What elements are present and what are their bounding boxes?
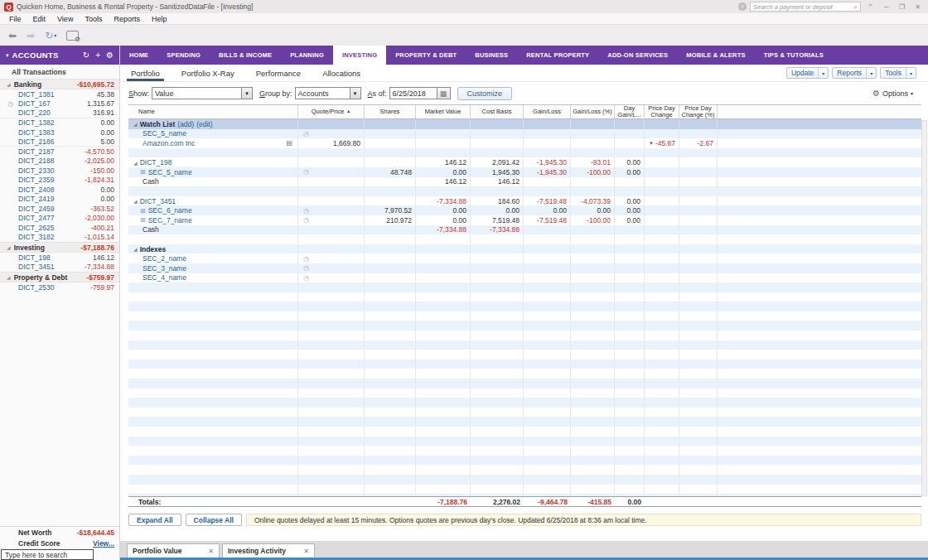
subtab-allocations[interactable]: Allocations bbox=[312, 65, 371, 81]
sidebar-account-dict_2459[interactable]: DICT_2459-363.52 bbox=[0, 204, 119, 214]
action-button-tools[interactable]: Tools▾ bbox=[880, 67, 916, 79]
close-icon[interactable]: ✕ bbox=[303, 548, 309, 555]
nav-tab-planning[interactable]: PLANNING bbox=[281, 46, 333, 65]
table-row-sec-4-name[interactable]: SEC_4_name◷ bbox=[128, 273, 921, 283]
collapse-triangle-icon[interactable]: ◢ bbox=[133, 198, 138, 204]
table-row-watch-list[interactable]: ◢Watch List(add)(edit) bbox=[128, 119, 921, 129]
menu-item-edit[interactable]: Edit bbox=[27, 15, 52, 23]
sidebar-account-dict_2408[interactable]: DICT_24080.00 bbox=[0, 185, 119, 195]
dropdown-arrow-icon[interactable]: ▼ bbox=[350, 88, 360, 99]
sidebar-account-dict_1383[interactable]: DICT_13830.00 bbox=[0, 128, 119, 138]
table-row-indexes[interactable]: ◢Indexes bbox=[128, 244, 921, 254]
show-dropdown[interactable]: Value ▼ bbox=[152, 87, 253, 99]
refresh-accounts-icon[interactable]: ↻ bbox=[83, 51, 89, 60]
nav-tab-business[interactable]: BUSINESS bbox=[466, 46, 517, 65]
sidebar-account-dict_2477[interactable]: DICT_2477-2,030.00 bbox=[0, 214, 119, 224]
nav-tab-property-debt[interactable]: PROPERTY & DEBT bbox=[386, 46, 466, 65]
report-tab-investing-activity[interactable]: Investing Activity✕ bbox=[222, 543, 315, 558]
sidebar-account-dict_2188[interactable]: DICT_2188-2,025.00 bbox=[0, 157, 119, 167]
table-row-dict-3451[interactable]: ◢DICT_3451-7,334.88184.60-7,519.48-4,073… bbox=[128, 196, 921, 206]
subtab-performance[interactable]: Performance bbox=[245, 65, 312, 81]
one-step-update-button[interactable]: ↻ ▾ bbox=[45, 30, 56, 41]
sidebar-account-dict_3182[interactable]: DICT_3182-1,015.14 bbox=[0, 233, 119, 243]
column-header-cb[interactable]: Cost Basis bbox=[471, 105, 524, 118]
column-header-name[interactable]: Name bbox=[128, 105, 298, 118]
options-button[interactable]: ⚙ Options ▾ bbox=[872, 89, 913, 98]
watchlist-add-link[interactable]: (add) bbox=[177, 120, 194, 128]
table-scrollbar[interactable] bbox=[921, 120, 927, 496]
table-row-dict-198[interactable]: ◢DICT_198146.122,091.42-1,945.30-93.010.… bbox=[128, 157, 921, 167]
sidebar-account-dict_2530[interactable]: DICT_2530-759.97 bbox=[0, 282, 119, 292]
table-row-sec-2-name[interactable]: SEC_2_name◷ bbox=[128, 253, 921, 263]
column-header-sh[interactable]: Shares bbox=[365, 105, 416, 118]
sidebar-account-dict_2330[interactable]: DICT_2330-150.00 bbox=[0, 166, 119, 176]
sidebar-group-banking[interactable]: ◢Banking-$10,695.72 bbox=[0, 79, 119, 89]
global-search-input[interactable]: Search a payment or deposit ⌕ bbox=[750, 2, 861, 12]
column-header-dg[interactable]: Day Gain/L... bbox=[615, 105, 645, 118]
collapse-triangle-icon[interactable]: ◢ bbox=[133, 160, 138, 166]
column-header-gl[interactable]: Gain/Loss bbox=[524, 105, 571, 118]
action-button-reports[interactable]: Reports▾ bbox=[832, 67, 877, 79]
mobile-alerts-icon[interactable]: ⚙ bbox=[66, 31, 79, 41]
chevron-up-icon[interactable]: ⌃ bbox=[864, 3, 877, 11]
collapse-all-button[interactable]: Collapse All bbox=[186, 514, 242, 526]
accounts-sidebar-header[interactable]: ▾ ACCOUNTS ↻ + ⚙ bbox=[0, 46, 119, 65]
close-icon[interactable]: ✕ bbox=[208, 548, 214, 555]
table-row-cash[interactable]: Cash-7,334.88-7,334.88 bbox=[128, 225, 921, 235]
menu-item-view[interactable]: View bbox=[51, 15, 79, 23]
column-header-glp[interactable]: Gain/Loss (%) bbox=[571, 105, 615, 118]
dropdown-arrow-icon[interactable]: ▼ bbox=[241, 88, 252, 99]
as-of-date-input[interactable]: 6/25/2018 bbox=[389, 87, 437, 99]
help-icon[interactable]: ? bbox=[738, 2, 747, 11]
menu-item-reports[interactable]: Reports bbox=[108, 15, 146, 23]
column-header-pdc[interactable]: Price Day Change bbox=[645, 105, 679, 118]
report-tab-portfolio-value[interactable]: Portfolio Value✕ bbox=[127, 543, 220, 558]
action-button-update[interactable]: Update▾ bbox=[786, 67, 829, 79]
sidebar-account-dict_198[interactable]: DICT_198146.12 bbox=[0, 253, 119, 263]
column-header-mv[interactable]: Market Value bbox=[416, 105, 471, 118]
table-row-sec-5-name[interactable]: ⊞SEC_5_name◷48.7480.001,945.30-1,945.30-… bbox=[128, 167, 921, 177]
menu-item-file[interactable]: File bbox=[3, 15, 27, 23]
all-transactions-link[interactable]: All Transactions bbox=[0, 65, 119, 79]
nav-tab-investing[interactable]: INVESTING bbox=[333, 46, 386, 65]
group-by-dropdown[interactable]: Accounts ▼ bbox=[295, 87, 361, 99]
nav-tab-bills-income[interactable]: BILLS & INCOME bbox=[210, 46, 281, 65]
table-row-sec-5-name[interactable]: SEC_5_name◷ bbox=[128, 129, 921, 139]
sidebar-account-dict_2187[interactable]: DICT_2187-4,570.50 bbox=[0, 147, 119, 157]
subtab-portfolio[interactable]: Portfolio bbox=[120, 65, 171, 81]
sidebar-account-dict_1381[interactable]: DICT_138145.38 bbox=[0, 89, 119, 99]
column-header-pdcp[interactable]: Price Day Change (%) bbox=[679, 105, 718, 118]
nav-tab-rental-property[interactable]: RENTAL PROPERTY bbox=[517, 46, 598, 65]
caret-down-icon[interactable]: ▾ bbox=[866, 68, 876, 78]
collapse-triangle-icon[interactable]: ◢ bbox=[133, 246, 138, 252]
customize-button[interactable]: Customize bbox=[457, 87, 513, 100]
add-account-icon[interactable]: + bbox=[95, 51, 100, 60]
sidebar-account-dict_2419[interactable]: DICT_24190.00 bbox=[0, 195, 119, 205]
sidebar-group-investing[interactable]: ◢Investing-$7,188.76 bbox=[0, 242, 119, 253]
table-row-sec-7-name[interactable]: ⊞SEC_7_name◷210.9720.007,519.48-7,519.48… bbox=[128, 215, 921, 225]
sidebar-account-dict_2625[interactable]: DICT_2625-400.21 bbox=[0, 223, 119, 233]
sidebar-account-dict_167[interactable]: ◷DICT_1671,315.67 bbox=[0, 99, 119, 109]
forward-arrow-icon[interactable]: ➡ bbox=[27, 31, 35, 41]
expand-plus-icon[interactable]: ⊞ bbox=[140, 207, 146, 215]
nav-tab-spending[interactable]: SPENDING bbox=[157, 46, 210, 65]
table-row-sec-3-name[interactable]: SEC_3_name◷ bbox=[128, 263, 921, 273]
column-header-q[interactable]: Quote/Price▲ bbox=[298, 105, 365, 118]
table-row-cash[interactable]: Cash146.12146.12 bbox=[128, 177, 921, 187]
nav-tab-add-on-services[interactable]: ADD-ON SERVICES bbox=[598, 46, 677, 65]
caret-down-icon[interactable]: ▾ bbox=[906, 68, 916, 78]
back-arrow-icon[interactable]: ⬅ bbox=[8, 31, 17, 41]
expand-all-button[interactable]: Expand All bbox=[128, 514, 181, 526]
credit-score-row[interactable]: Credit Score View... bbox=[0, 538, 119, 548]
expand-plus-icon[interactable]: ⊞ bbox=[140, 216, 146, 224]
subtab-portfolio-x-ray[interactable]: Portfolio X-Ray bbox=[171, 65, 245, 81]
watchlist-edit-link[interactable]: (edit) bbox=[196, 120, 212, 128]
menu-item-help[interactable]: Help bbox=[146, 15, 173, 23]
sidebar-account-dict_2359[interactable]: DICT_2359-1,824.31 bbox=[0, 176, 119, 186]
caret-down-icon[interactable]: ▾ bbox=[818, 68, 828, 78]
expand-plus-icon[interactable]: ⊞ bbox=[140, 168, 146, 176]
table-row-sec-6-name[interactable]: ⊞SEC_6_name◷7,970.520.000.000.000.000.00 bbox=[128, 205, 921, 215]
nav-tab-home[interactable]: HOME bbox=[120, 46, 157, 65]
table-row-amazon-com-inc[interactable]: Amazon.com Inc▤1,669.80▼-45.87-2.67 bbox=[128, 138, 921, 148]
sidebar-account-dict_2186[interactable]: DICT_21865.00 bbox=[0, 138, 119, 147]
